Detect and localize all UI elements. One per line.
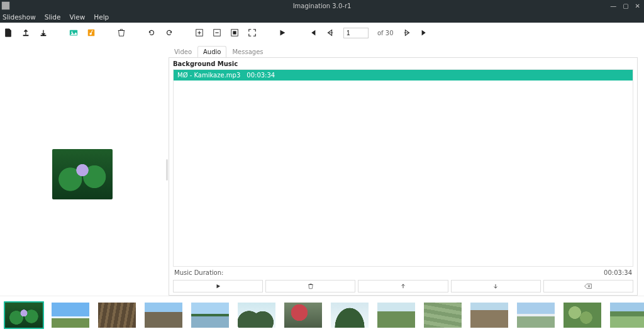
go-prev-button[interactable] [326,28,335,37]
go-last-button[interactable] [420,28,429,37]
thumbnail[interactable] [330,301,370,329]
side-panel-tabs: Video Audio Messages [169,45,638,57]
audio-panel: Background Music MØ - Kamikaze.mp3 00:03… [169,57,638,296]
thumbnail[interactable] [143,301,184,329]
menu-slideshow[interactable]: Slideshow [3,13,36,21]
audio-clear-button[interactable] [543,280,633,292]
window-maximize-button[interactable]: ▢ [623,3,628,9]
menubar: Slideshow Slide View Help [0,11,644,23]
tab-audio[interactable]: Audio [197,46,226,57]
zoom-fit-button[interactable] [230,28,239,37]
fullscreen-button[interactable] [248,28,257,37]
app-icon [0,0,11,11]
save-button[interactable] [39,28,48,37]
audio-track-row[interactable]: MØ - Kamikaze.mp3 00:03:34 [174,70,633,81]
tab-video[interactable]: Video [169,46,197,57]
window-close-button[interactable]: ✕ [635,3,640,9]
menu-slide[interactable]: Slide [45,13,61,21]
thumbnail[interactable] [50,301,91,329]
slide-number-input[interactable] [343,28,369,38]
slide-preview-image [52,149,113,199]
preview-pane [0,43,165,296]
rotate-ccw-button[interactable] [147,28,156,37]
background-music-list[interactable]: MØ - Kamikaze.mp3 00:03:34 [173,69,633,267]
audio-track-name: MØ - Kamikaze.mp3 [177,72,240,79]
slide-total-label: of 30 [377,30,394,36]
audio-move-up-button[interactable] [358,280,448,292]
thumbnail[interactable] [97,301,137,329]
thumbnail[interactable] [376,301,416,329]
new-slideshow-button[interactable] [4,28,13,37]
menu-view[interactable]: View [69,13,85,21]
zoom-out-button[interactable] [213,28,221,37]
audio-move-down-button[interactable] [451,280,541,292]
toolbar: of 30 [0,23,644,43]
audio-remove-button[interactable] [265,280,355,292]
audio-controls-row [173,280,633,292]
play-button[interactable] [278,28,287,37]
thumbnail[interactable] [423,301,463,329]
rotate-cw-button[interactable] [165,28,174,37]
titlebar: Imagination 3.0-r1 — ▢ ✕ [0,0,644,11]
thumbnail[interactable] [4,301,44,329]
import-audio-button[interactable] [87,28,96,37]
go-first-button[interactable] [308,28,317,37]
thumbnail[interactable] [236,301,277,329]
svg-point-1 [71,31,72,33]
tab-messages[interactable]: Messages [226,46,269,57]
thumbnail[interactable] [609,301,644,329]
audio-panel-heading: Background Music [173,60,633,67]
svg-rect-6 [233,31,236,34]
open-button[interactable] [21,28,30,37]
zoom-in-button[interactable] [195,28,204,37]
thumbnail[interactable] [516,301,556,329]
music-duration-value: 00:03:34 [604,269,632,276]
thumbnail[interactable] [283,301,323,329]
window-minimize-button[interactable]: — [610,3,616,9]
delete-button[interactable] [117,28,126,37]
music-duration-label: Music Duration: [174,269,223,276]
filmstrip[interactable] [0,296,644,334]
audio-play-button[interactable] [173,280,263,292]
thumbnail[interactable] [469,301,509,329]
thumbnail[interactable] [562,301,602,329]
thumbnail[interactable] [190,301,230,329]
window-title: Imagination 3.0-r1 [0,3,644,9]
main-area: Video Audio Messages Background Music MØ… [0,43,644,296]
side-panel: Video Audio Messages Background Music MØ… [169,43,644,296]
go-next-button[interactable] [402,28,411,37]
audio-track-length: 00:03:34 [247,72,275,79]
import-pictures-button[interactable] [69,28,78,37]
menu-help[interactable]: Help [94,13,109,21]
